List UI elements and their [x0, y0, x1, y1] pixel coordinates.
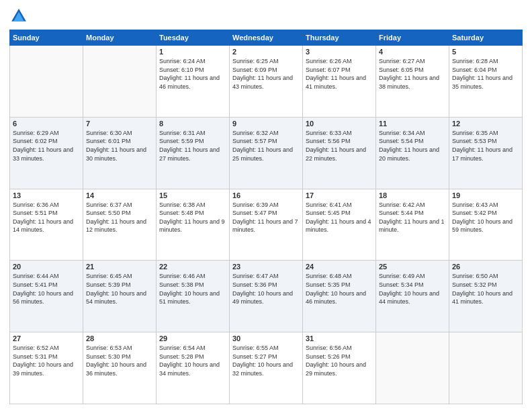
day-info: Sunrise: 6:31 AM Sunset: 5:59 PM Dayligh… [159, 129, 226, 163]
calendar-week-row: 20Sunrise: 6:44 AM Sunset: 5:41 PM Dayli… [10, 261, 523, 332]
day-info: Sunrise: 6:54 AM Sunset: 5:28 PM Dayligh… [159, 344, 226, 377]
day-info: Sunrise: 6:29 AM Sunset: 6:02 PM Dayligh… [13, 129, 80, 163]
day-number: 6 [13, 120, 80, 128]
calendar-day-cell: 13Sunrise: 6:36 AM Sunset: 5:51 PM Dayli… [10, 189, 83, 261]
calendar-day-cell: 5Sunrise: 6:28 AM Sunset: 6:04 PM Daylig… [449, 46, 523, 118]
day-number: 22 [159, 263, 226, 271]
calendar-day-cell: 29Sunrise: 6:54 AM Sunset: 5:28 PM Dayli… [157, 332, 230, 404]
page: Sunday Monday Tuesday Wednesday Thursday… [0, 0, 532, 411]
calendar-day-cell: 10Sunrise: 6:33 AM Sunset: 5:56 PM Dayli… [303, 117, 376, 189]
day-info: Sunrise: 6:30 AM Sunset: 6:01 PM Dayligh… [86, 129, 153, 163]
calendar-day-cell: 18Sunrise: 6:42 AM Sunset: 5:44 PM Dayli… [376, 189, 449, 261]
day-info: Sunrise: 6:43 AM Sunset: 5:42 PM Dayligh… [452, 201, 519, 234]
day-info: Sunrise: 6:44 AM Sunset: 5:41 PM Dayligh… [13, 272, 80, 306]
day-info: Sunrise: 6:42 AM Sunset: 5:44 PM Dayligh… [379, 201, 446, 234]
day-info: Sunrise: 6:33 AM Sunset: 5:56 PM Dayligh… [306, 129, 373, 163]
day-info: Sunrise: 6:27 AM Sunset: 6:05 PM Dayligh… [379, 57, 446, 91]
day-info: Sunrise: 6:28 AM Sunset: 6:04 PM Dayligh… [452, 57, 519, 91]
day-number: 3 [306, 48, 373, 56]
day-number: 9 [232, 120, 300, 128]
day-info: Sunrise: 6:39 AM Sunset: 5:47 PM Dayligh… [232, 201, 300, 234]
day-number: 17 [306, 191, 373, 199]
day-info: Sunrise: 6:53 AM Sunset: 5:30 PM Dayligh… [86, 344, 153, 377]
calendar-day-cell [376, 332, 449, 404]
header-tuesday: Tuesday [157, 30, 230, 46]
calendar-day-cell: 2Sunrise: 6:25 AM Sunset: 6:09 PM Daylig… [230, 46, 303, 118]
header-wednesday: Wednesday [230, 30, 303, 46]
header-thursday: Thursday [303, 30, 376, 46]
day-info: Sunrise: 6:25 AM Sunset: 6:09 PM Dayligh… [232, 57, 300, 91]
calendar-day-cell: 7Sunrise: 6:30 AM Sunset: 6:01 PM Daylig… [83, 117, 157, 189]
day-info: Sunrise: 6:35 AM Sunset: 5:53 PM Dayligh… [452, 129, 519, 163]
day-number: 7 [86, 120, 153, 128]
day-info: Sunrise: 6:48 AM Sunset: 5:35 PM Dayligh… [306, 272, 373, 306]
calendar-day-cell: 15Sunrise: 6:38 AM Sunset: 5:48 PM Dayli… [157, 189, 230, 261]
day-info: Sunrise: 6:38 AM Sunset: 5:48 PM Dayligh… [159, 201, 226, 234]
day-number: 27 [13, 334, 80, 342]
calendar-week-row: 13Sunrise: 6:36 AM Sunset: 5:51 PM Dayli… [10, 189, 523, 261]
header-friday: Friday [376, 30, 449, 46]
day-info: Sunrise: 6:26 AM Sunset: 6:07 PM Dayligh… [306, 57, 373, 91]
day-info: Sunrise: 6:32 AM Sunset: 5:57 PM Dayligh… [232, 129, 300, 163]
day-number: 12 [452, 120, 519, 128]
day-info: Sunrise: 6:46 AM Sunset: 5:38 PM Dayligh… [159, 272, 226, 306]
day-number: 15 [159, 191, 226, 199]
day-info: Sunrise: 6:24 AM Sunset: 6:10 PM Dayligh… [159, 57, 226, 91]
day-info: Sunrise: 6:52 AM Sunset: 5:31 PM Dayligh… [13, 344, 80, 377]
logo [9, 7, 31, 26]
day-number: 20 [13, 263, 80, 271]
day-info: Sunrise: 6:41 AM Sunset: 5:45 PM Dayligh… [306, 201, 373, 234]
calendar-day-cell [449, 332, 523, 404]
calendar-day-cell: 23Sunrise: 6:47 AM Sunset: 5:36 PM Dayli… [230, 261, 303, 332]
calendar-day-cell: 30Sunrise: 6:55 AM Sunset: 5:27 PM Dayli… [230, 332, 303, 404]
day-info: Sunrise: 6:50 AM Sunset: 5:32 PM Dayligh… [452, 272, 519, 306]
calendar-day-cell: 31Sunrise: 6:56 AM Sunset: 5:26 PM Dayli… [303, 332, 376, 404]
day-number: 28 [86, 334, 153, 342]
day-number: 13 [13, 191, 80, 199]
day-info: Sunrise: 6:47 AM Sunset: 5:36 PM Dayligh… [232, 272, 300, 306]
calendar-day-cell: 21Sunrise: 6:45 AM Sunset: 5:39 PM Dayli… [83, 261, 157, 332]
calendar-day-cell: 11Sunrise: 6:34 AM Sunset: 5:54 PM Dayli… [376, 117, 449, 189]
day-number: 19 [452, 191, 519, 199]
calendar-week-row: 1Sunrise: 6:24 AM Sunset: 6:10 PM Daylig… [10, 46, 523, 118]
calendar-day-cell: 8Sunrise: 6:31 AM Sunset: 5:59 PM Daylig… [157, 117, 230, 189]
day-info: Sunrise: 6:37 AM Sunset: 5:50 PM Dayligh… [86, 201, 153, 234]
day-info: Sunrise: 6:49 AM Sunset: 5:34 PM Dayligh… [379, 272, 446, 306]
day-number: 10 [306, 120, 373, 128]
calendar-table: Sunday Monday Tuesday Wednesday Thursday… [9, 30, 523, 404]
calendar-day-cell: 22Sunrise: 6:46 AM Sunset: 5:38 PM Dayli… [157, 261, 230, 332]
day-info: Sunrise: 6:34 AM Sunset: 5:54 PM Dayligh… [379, 129, 446, 163]
weekday-header-row: Sunday Monday Tuesday Wednesday Thursday… [10, 30, 523, 46]
day-number: 16 [232, 191, 300, 199]
header-sunday: Sunday [10, 30, 83, 46]
day-number: 24 [306, 263, 373, 271]
calendar-day-cell: 25Sunrise: 6:49 AM Sunset: 5:34 PM Dayli… [376, 261, 449, 332]
day-number: 5 [452, 48, 519, 56]
calendar-day-cell: 27Sunrise: 6:52 AM Sunset: 5:31 PM Dayli… [10, 332, 83, 404]
calendar-day-cell: 16Sunrise: 6:39 AM Sunset: 5:47 PM Dayli… [230, 189, 303, 261]
calendar-day-cell: 14Sunrise: 6:37 AM Sunset: 5:50 PM Dayli… [83, 189, 157, 261]
header-monday: Monday [83, 30, 157, 46]
calendar-week-row: 27Sunrise: 6:52 AM Sunset: 5:31 PM Dayli… [10, 332, 523, 404]
day-info: Sunrise: 6:56 AM Sunset: 5:26 PM Dayligh… [306, 344, 373, 377]
calendar-day-cell: 3Sunrise: 6:26 AM Sunset: 6:07 PM Daylig… [303, 46, 376, 118]
day-info: Sunrise: 6:36 AM Sunset: 5:51 PM Dayligh… [13, 201, 80, 234]
calendar-day-cell: 26Sunrise: 6:50 AM Sunset: 5:32 PM Dayli… [449, 261, 523, 332]
calendar-day-cell: 19Sunrise: 6:43 AM Sunset: 5:42 PM Dayli… [449, 189, 523, 261]
calendar-day-cell: 24Sunrise: 6:48 AM Sunset: 5:35 PM Dayli… [303, 261, 376, 332]
calendar-day-cell: 17Sunrise: 6:41 AM Sunset: 5:45 PM Dayli… [303, 189, 376, 261]
day-number: 29 [159, 334, 226, 342]
calendar-day-cell: 6Sunrise: 6:29 AM Sunset: 6:02 PM Daylig… [10, 117, 83, 189]
calendar-day-cell: 9Sunrise: 6:32 AM Sunset: 5:57 PM Daylig… [230, 117, 303, 189]
calendar-day-cell: 1Sunrise: 6:24 AM Sunset: 6:10 PM Daylig… [157, 46, 230, 118]
calendar-day-cell: 28Sunrise: 6:53 AM Sunset: 5:30 PM Dayli… [83, 332, 157, 404]
calendar-day-cell: 12Sunrise: 6:35 AM Sunset: 5:53 PM Dayli… [449, 117, 523, 189]
day-number: 8 [159, 120, 226, 128]
day-info: Sunrise: 6:45 AM Sunset: 5:39 PM Dayligh… [86, 272, 153, 306]
day-number: 4 [379, 48, 446, 56]
calendar-week-row: 6Sunrise: 6:29 AM Sunset: 6:02 PM Daylig… [10, 117, 523, 189]
day-number: 26 [452, 263, 519, 271]
day-info: Sunrise: 6:55 AM Sunset: 5:27 PM Dayligh… [232, 344, 300, 377]
day-number: 2 [232, 48, 300, 56]
day-number: 18 [379, 191, 446, 199]
